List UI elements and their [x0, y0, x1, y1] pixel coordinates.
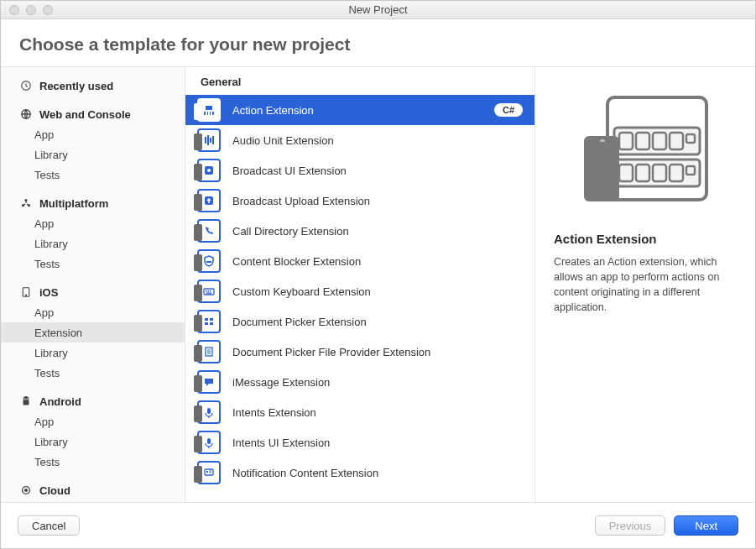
sidebar-item-tests[interactable]: Tests	[1, 452, 185, 472]
sidebar-item-app[interactable]: App	[1, 411, 185, 431]
titlebar: New Project	[1, 1, 755, 19]
sidebar-item-label: Recently used	[39, 80, 113, 92]
cloud-icon	[19, 484, 33, 497]
svg-rect-25	[210, 318, 213, 321]
template-row[interactable]: Document Picker File Provider Extension	[185, 337, 534, 367]
web-icon	[19, 107, 33, 121]
sidebar-item-app[interactable]: App	[1, 124, 185, 144]
sidebar-item-label: Library	[34, 238, 68, 250]
template-icon	[197, 310, 221, 333]
sidebar-item-label: App	[34, 416, 54, 428]
sidebar-item-tests[interactable]: Tests	[1, 165, 185, 185]
template-row[interactable]: Intents Extension	[185, 397, 534, 427]
sidebar-item-label: Extension	[34, 327, 82, 339]
sidebar-item-label: Android	[39, 395, 81, 408]
sidebar[interactable]: Recently usedWeb and ConsoleAppLibraryTe…	[1, 67, 185, 502]
template-icon	[197, 128, 221, 152]
sidebar-item-app[interactable]: App	[1, 302, 185, 322]
template-label: Intents Extension	[232, 406, 523, 419]
sidebar-item-label: Library	[34, 149, 68, 161]
sidebar-category-web-and-console[interactable]: Web and Console	[1, 104, 185, 124]
svg-rect-47	[600, 139, 605, 142]
template-row[interactable]: iMessage Extension	[185, 367, 534, 397]
sidebar-item-library[interactable]: Library	[1, 431, 185, 452]
svg-rect-30	[207, 438, 211, 444]
template-label: Custom Keyboard Extension	[232, 285, 523, 298]
template-row[interactable]: Custom Keyboard Extension	[185, 276, 534, 306]
sidebar-item-tests[interactable]: Tests	[1, 363, 185, 383]
template-row[interactable]: Broadcast UI Extension	[185, 155, 534, 186]
sidebar-item-label: Tests	[34, 258, 60, 270]
ios-icon	[19, 285, 33, 299]
multiplatform-icon	[19, 196, 33, 210]
svg-rect-14	[211, 112, 212, 115]
template-label: Audio Unit Extension	[232, 134, 523, 147]
svg-rect-20	[206, 290, 207, 292]
sidebar-item-label: iOS	[39, 286, 58, 299]
window-controls	[1, 5, 53, 15]
sidebar-item-label: Library	[34, 347, 68, 359]
template-row[interactable]: Call Directory Extension	[185, 216, 534, 246]
template-icon	[197, 370, 221, 394]
sidebar-item-label: App	[34, 128, 54, 141]
sidebar-category-android[interactable]: Android	[1, 391, 185, 411]
template-row[interactable]: Document Picker Extension	[185, 306, 534, 337]
svg-rect-24	[205, 318, 208, 321]
previous-button[interactable]: Previous	[595, 515, 666, 536]
cancel-button[interactable]: Cancel	[18, 515, 80, 536]
template-illustration-icon	[574, 92, 717, 210]
template-row[interactable]: Intents UI Extension	[185, 427, 534, 458]
template-icon	[197, 280, 221, 303]
sidebar-item-app[interactable]: App	[1, 213, 185, 233]
detail-description: Creates an Action extension, which allow…	[554, 254, 737, 316]
svg-rect-22	[210, 290, 211, 292]
template-row[interactable]: Broadcast Upload Extension	[185, 186, 534, 216]
template-icon	[197, 249, 221, 273]
svg-rect-29	[207, 408, 211, 414]
sidebar-item-label: App	[34, 306, 54, 319]
template-list[interactable]: GeneralAction ExtensionC#Audio Unit Exte…	[185, 67, 535, 502]
template-icon	[197, 159, 221, 182]
svg-rect-27	[210, 322, 213, 325]
sidebar-category-ios[interactable]: iOS	[1, 282, 185, 302]
template-row[interactable]: Action ExtensionC#	[185, 95, 534, 125]
sidebar-category-cloud[interactable]: Cloud	[1, 480, 185, 500]
template-icon	[197, 400, 221, 424]
sidebar-item-library[interactable]: Library	[1, 144, 185, 165]
page-title: Choose a template for your new project	[19, 34, 737, 55]
dialog-header: Choose a template for your new project	[1, 19, 755, 67]
template-label: Document Picker Extension	[232, 316, 523, 328]
window-title: New Project	[1, 3, 755, 16]
android-icon	[19, 395, 33, 408]
svg-rect-26	[205, 322, 208, 325]
sidebar-item-tests[interactable]: Tests	[1, 254, 185, 274]
svg-rect-13	[208, 112, 210, 115]
sidebar-item-extension[interactable]: Extension	[1, 322, 185, 342]
sidebar-item-library[interactable]: Library	[1, 233, 185, 254]
next-button[interactable]: Next	[674, 515, 738, 536]
template-row[interactable]: Notification Content Extension	[185, 458, 534, 488]
sidebar-category-multiplatform[interactable]: Multiplatform	[1, 193, 185, 213]
svg-point-6	[25, 295, 26, 295]
sidebar-item-label: Tests	[34, 367, 60, 379]
svg-rect-46	[584, 136, 619, 201]
template-row[interactable]: Audio Unit Extension	[185, 125, 534, 155]
minimize-window-icon[interactable]	[26, 5, 36, 15]
svg-point-10	[25, 489, 28, 492]
zoom-window-icon[interactable]	[43, 5, 53, 15]
sidebar-item-recently-used[interactable]: Recently used	[1, 76, 185, 96]
template-label: Action Extension	[232, 104, 494, 117]
svg-point-8	[27, 398, 28, 399]
footer: Cancel Previous Next	[1, 503, 755, 548]
template-row[interactable]: Content Blocker Extension	[185, 246, 534, 276]
template-icon	[197, 340, 221, 363]
detail-title: Action Extension	[554, 232, 737, 246]
sidebar-item-library[interactable]: Library	[1, 342, 185, 363]
close-window-icon[interactable]	[9, 5, 19, 15]
template-label: Document Picker File Provider Extension	[232, 346, 523, 358]
template-label: Call Directory Extension	[232, 225, 523, 238]
template-icon	[197, 461, 221, 484]
language-badge: C#	[494, 103, 523, 117]
svg-rect-21	[208, 290, 210, 292]
template-group-header: General	[185, 67, 534, 95]
